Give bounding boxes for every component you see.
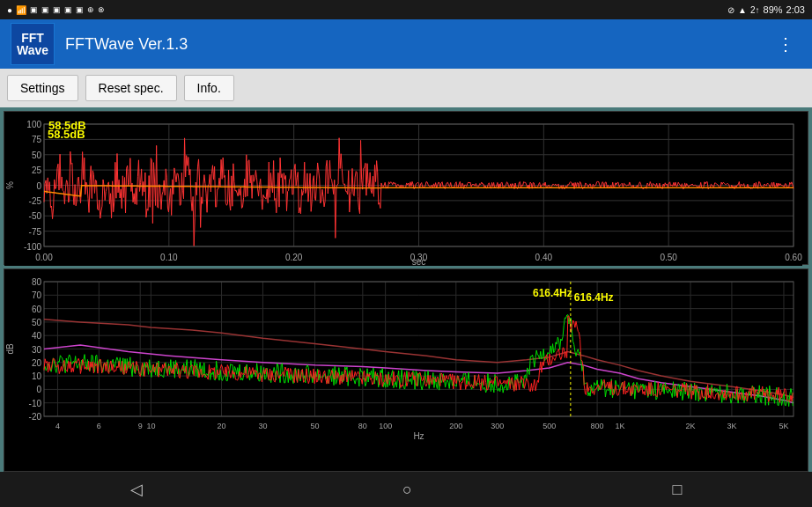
no-icon: ⊘ <box>727 5 734 15</box>
app-icon-fft-text: FFT <box>21 32 44 44</box>
battery-level: 89% <box>764 4 783 15</box>
app-icon-3: ▣ <box>53 5 61 14</box>
db-annotation: 58.5dB <box>48 119 86 132</box>
app-icon-6: ⊕ <box>87 5 94 14</box>
back-button[interactable]: ◁ <box>109 476 164 503</box>
toolbar: Settings Reset spec. Info. <box>0 69 812 107</box>
info-button[interactable]: Info. <box>184 75 234 101</box>
app-icon-2: ▣ <box>41 5 49 14</box>
status-bar: ● 📶 ▣ ▣ ▣ ▣ ▣ ⊕ ⊗ ⊘ ▲ 2↑ 89% 2:03 <box>0 0 812 19</box>
app-icon-7: ⊗ <box>98 5 105 14</box>
nav-bar: ◁ ○ □ <box>0 472 812 507</box>
spectrum-chart: 616.4Hz <box>4 268 808 472</box>
charts-area: 58.5dB 616.4Hz <box>0 107 812 472</box>
home-button[interactable]: ○ <box>381 477 433 503</box>
app-icon-5: ▣ <box>76 5 84 14</box>
app-title: FFTWave Ver.1.3 <box>65 35 770 54</box>
waveform-chart: 58.5dB <box>4 111 808 265</box>
time-display: 2:03 <box>786 4 805 15</box>
freq-annotation: 616.4Hz <box>533 287 572 299</box>
recent-button[interactable]: □ <box>651 477 703 503</box>
signal2-icon: 2↑ <box>750 5 760 15</box>
app-icon: FFT Wave <box>11 23 55 65</box>
title-bar: FFT Wave FFTWave Ver.1.3 ⋮ <box>0 19 812 69</box>
app-icon-4: ▣ <box>64 5 72 14</box>
wifi-icon: 📶 <box>16 5 26 15</box>
signal-icon: ▲ <box>738 5 747 15</box>
notification-icon: ● <box>7 5 12 15</box>
reset-spec-button[interactable]: Reset spec. <box>85 75 177 101</box>
status-icons: ● 📶 ▣ ▣ ▣ ▣ ▣ ⊕ ⊗ <box>7 5 105 15</box>
settings-button[interactable]: Settings <box>7 75 78 101</box>
status-right: ⊘ ▲ 2↑ 89% 2:03 <box>727 4 805 15</box>
app-icon-1: ▣ <box>30 5 38 14</box>
app-icon-wave-text: Wave <box>17 44 48 56</box>
menu-button[interactable]: ⋮ <box>770 30 801 58</box>
